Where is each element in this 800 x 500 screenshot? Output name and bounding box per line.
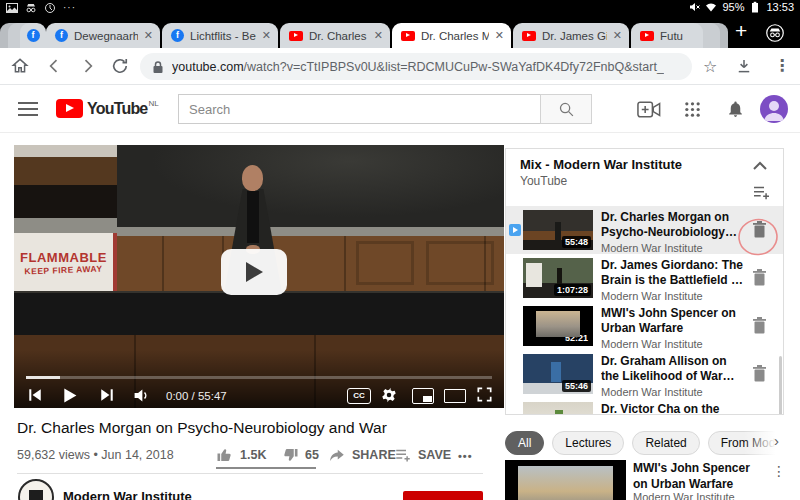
next-button[interactable] [98,386,116,404]
chip-all[interactable]: All [505,431,544,455]
collapsed-tab-facebook[interactable]: f [20,23,46,48]
playlist-item-title[interactable]: Dr. Charles Morgan on Psycho-Neurobiolog… [601,210,745,240]
video-thumbnail[interactable]: 55:46 [523,354,593,394]
chip-lectures[interactable]: Lectures [552,431,624,455]
notifications-bell-icon[interactable] [726,99,745,119]
create-video-icon[interactable] [637,101,661,118]
playlist-item[interactable]: 52:21 MWI's John Spencer on Urban Warfar… [506,302,783,350]
avatar-person-icon [760,95,788,123]
lab-bench [14,291,504,335]
remove-from-playlist-icon[interactable] [751,364,768,383]
previous-button[interactable] [26,386,44,404]
url-bar[interactable]: youtube.com/watch?v=cTtIPBPSv0U&list=RDC… [140,53,692,80]
playlist-item[interactable]: 55:46 Dr. Graham Allison on the Likeliho… [506,350,783,398]
chip-fade [744,430,786,456]
close-icon[interactable]: ✕ [262,29,271,42]
url-path: /watch?v=cTtIPBPSv0U&list=RDCMUCuPw-SWaY… [244,60,664,74]
annotation-circle [736,216,780,258]
buffered-segment [26,376,60,379]
play-button[interactable] [60,386,79,405]
bookmark-star-icon[interactable]: ☆ [703,57,717,76]
search-input[interactable] [178,94,540,124]
data-saver-notification-icon [44,2,56,14]
video-thumbnail[interactable]: 55:48 [523,210,593,250]
wifi-icon [705,1,717,13]
miniplayer-button[interactable] [412,388,434,404]
playlist-item-title[interactable]: Dr. Graham Allison on the Likelihood of … [601,354,745,384]
channel-name[interactable]: Modern War Institute [63,489,192,500]
guide-menu-icon[interactable] [18,102,38,116]
video-player[interactable]: FLAMMABLE KEEP FIRE AWAY 0:00 / 55:47 CC [14,145,504,408]
forward-button[interactable] [78,56,98,76]
like-button[interactable]: 1.5K [216,446,266,464]
close-icon[interactable]: ✕ [613,29,622,42]
browser-toolbar: youtube.com/watch?v=cTtIPBPSv0U&list=RDC… [0,48,800,85]
remove-from-playlist-icon[interactable] [751,268,768,287]
channel-logo[interactable] [18,479,54,500]
youtube-logo[interactable]: YouTube NL [56,99,159,118]
up-next-menu-icon[interactable]: ⋮ [772,463,786,479]
video-title: Dr. Charles Morgan on Psycho-Neurobiolog… [17,419,497,437]
play-overlay-button[interactable] [221,249,287,295]
video-thumbnail[interactable]: 52:21 [523,306,593,346]
android-status-bar: ··· 95% 13:53 [0,0,800,18]
video-thumbnail[interactable] [523,402,593,415]
youtube-header: YouTube NL [0,85,800,133]
download-icon[interactable] [735,57,753,75]
tab-dr-charles-1[interactable]: Dr. Charles M ✕ [280,23,390,48]
url-domain: youtube.com [172,60,244,74]
collapse-chevron-icon[interactable] [753,161,767,171]
search-button[interactable] [540,94,592,124]
facebook-favicon: f [55,29,68,42]
dislike-button[interactable]: 65 [281,446,319,464]
close-icon[interactable]: ✕ [374,29,383,42]
playlist-item-title[interactable]: Dr. Victor Cha on the North [601,402,745,415]
volume-icon[interactable] [132,386,151,405]
reload-button[interactable] [110,56,130,76]
playlist-item-channel: Modern War Institute [601,290,745,302]
settings-gear-icon[interactable] [380,386,398,404]
remove-from-playlist-icon[interactable] [751,316,768,335]
fullscreen-button[interactable] [476,386,493,403]
playlist-item[interactable]: Dr. Victor Cha on the North [506,398,783,415]
chip-related[interactable]: Related [632,431,699,455]
up-next-title[interactable]: MWI's John Spencer on Urban Warfare [633,461,765,492]
tab-dr-james[interactable]: Dr. James Gio ✕ [513,23,629,48]
save-playlist-icon[interactable] [753,185,770,200]
browser-menu-icon[interactable]: ⋮ [774,56,790,75]
save-button[interactable]: SAVE [394,446,451,464]
tab-title: Dr. Charles M [309,30,368,42]
playlist-title[interactable]: Mix - Modern War Institute [520,157,682,172]
playlist-item[interactable]: 1:07:28 Dr. James Giordano: The Brain is… [506,254,783,302]
playlist-item-title[interactable]: MWI's John Spencer on Urban Warfare [601,306,745,336]
time-display: 0:00 / 55:47 [166,390,227,402]
apps-grid-icon[interactable] [684,101,701,118]
playlist-add-icon [394,446,412,464]
duration-badge: 55:46 [562,380,591,392]
progress-bar[interactable] [26,376,492,379]
close-icon[interactable]: ✕ [495,29,504,42]
meta-separator: • [93,448,97,462]
incognito-mode-icon[interactable] [766,24,784,42]
playlist-scrollbar[interactable] [779,356,782,415]
video-thumbnail[interactable]: 1:07:28 [523,258,593,298]
youtube-logo-icon [56,99,83,118]
up-next-thumbnail[interactable] [505,460,626,500]
duration-badge: 1:07:28 [554,284,591,296]
more-actions-button[interactable]: ••• [458,450,473,462]
playlist-item-title[interactable]: Dr. James Giordano: The Brain is the Bat… [601,258,745,288]
tab-futu[interactable]: Futu [631,23,703,48]
share-button[interactable]: SHARE [328,446,396,464]
tab-lichtflits[interactable]: f Lichtflits - Ber ✕ [162,23,278,48]
back-button[interactable] [44,56,64,76]
close-icon[interactable]: ✕ [144,29,153,42]
subscribe-button[interactable] [403,491,483,500]
chips-scroll-arrow[interactable]: › [774,432,779,449]
captions-button[interactable]: CC [347,388,371,404]
theater-mode-button[interactable] [444,389,466,403]
tab-dr-charles-active[interactable]: Dr. Charles M ✕ [392,23,511,48]
home-button[interactable] [10,56,30,76]
tab-dewegnaarhe[interactable]: f Dewegnaarhe ✕ [46,23,160,48]
new-tab-button[interactable]: + [735,19,747,43]
account-avatar[interactable] [760,95,788,123]
